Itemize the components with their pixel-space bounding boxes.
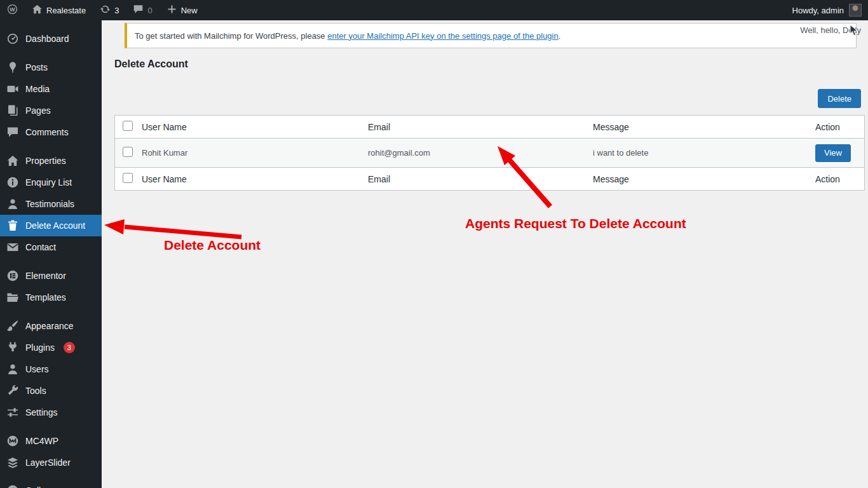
notice-text: To get started with Mailchimp for WordPr… <box>135 31 327 41</box>
envelope-icon <box>6 241 19 254</box>
sidebar-item-elementor[interactable]: Elementor <box>0 265 102 287</box>
dashboard-icon <box>6 32 19 45</box>
sliders-icon <box>6 406 19 419</box>
person-icon <box>6 363 19 376</box>
column-header-email: Email <box>368 122 593 132</box>
sidebar-item-testimonials[interactable]: Testimonials <box>0 193 102 215</box>
folder-icon <box>6 291 19 304</box>
sidebar-item-contact[interactable]: Contact <box>0 236 102 258</box>
comments-icon <box>6 126 19 139</box>
sidebar-item-layerslider[interactable]: LayerSlider <box>0 452 102 473</box>
mailchimp-notice: To get started with Mailchimp for WordPr… <box>125 23 857 48</box>
table-header-row: User Name Email Message Action <box>115 116 864 138</box>
site-menu[interactable]: Realestate <box>25 0 93 20</box>
collapse-menu-button[interactable]: Collapse menu <box>0 480 102 488</box>
select-all-checkbox[interactable] <box>123 121 133 131</box>
sidebar-item-mc4wp[interactable]: MC4WP <box>0 430 102 452</box>
footer-select-all-checkbox[interactable] <box>123 173 133 183</box>
brush-icon <box>6 320 19 332</box>
wrench-icon <box>6 384 19 397</box>
avatar[interactable] <box>849 4 862 17</box>
sidebar-item-settings[interactable]: Settings <box>0 402 102 423</box>
pages-icon <box>6 104 19 117</box>
table-annotation-label: Agents Request To Delete Account <box>465 216 686 231</box>
footer-header-action: Action <box>815 174 864 184</box>
sidebar-item-dashboard[interactable]: Dashboard <box>0 28 102 50</box>
elementor-icon <box>6 269 19 282</box>
svg-text:W: W <box>10 6 15 13</box>
mouse-cursor <box>850 24 859 37</box>
info-icon <box>6 176 19 189</box>
layers-icon <box>6 456 19 469</box>
home-icon <box>32 4 43 17</box>
sidebar-item-delete-account[interactable]: Delete Account <box>0 215 102 236</box>
admin-sidebar: Dashboard Posts Media Pages Comments Pro… <box>0 20 102 488</box>
page-title: Delete Account <box>114 58 188 70</box>
sidebar-item-pages[interactable]: Pages <box>0 100 102 121</box>
home-icon <box>6 154 19 167</box>
cell-user-name: Rohit Kumar <box>142 148 368 158</box>
sidebar-item-posts[interactable]: Posts <box>0 57 102 78</box>
plus-icon <box>166 4 177 17</box>
cell-message: i want to delete <box>593 148 815 158</box>
howdy-text[interactable]: Howdy, admin <box>792 6 844 15</box>
new-content-menu[interactable]: New <box>159 0 205 20</box>
footer-header-message: Message <box>593 174 815 184</box>
pushpin-icon <box>6 61 19 74</box>
footer-header-user-name: User Name <box>142 174 368 184</box>
sidebar-item-plugins[interactable]: Plugins 3 <box>0 337 102 358</box>
mc4wp-icon <box>6 435 19 447</box>
updates-menu[interactable]: 3 <box>93 0 126 20</box>
column-header-user-name: User Name <box>142 122 368 132</box>
sidebar-item-users[interactable]: Users <box>0 358 102 380</box>
new-label: New <box>181 6 198 15</box>
sidebar-item-media[interactable]: Media <box>0 78 102 100</box>
column-header-action: Action <box>815 122 864 132</box>
sidebar-item-appearance[interactable]: Appearance <box>0 315 102 337</box>
delete-button[interactable]: Delete <box>818 89 861 108</box>
mailchimp-settings-link[interactable]: enter your Mailchimp API key on the sett… <box>327 31 559 41</box>
trash-icon <box>6 219 19 232</box>
column-header-message: Message <box>593 122 815 132</box>
plugins-update-badge: 3 <box>64 342 75 353</box>
sidebar-item-comments[interactable]: Comments <box>0 121 102 143</box>
site-name: Realestate <box>46 6 86 15</box>
main-content: To get started with Mailchimp for WordPr… <box>102 20 868 488</box>
delete-requests-table: User Name Email Message Action Rohit Kum… <box>114 115 865 191</box>
sidebar-annotation-label: Delete Account <box>164 238 261 253</box>
footer-header-email: Email <box>368 174 593 184</box>
table-footer-row: User Name Email Message Action <box>115 168 864 190</box>
update-count: 3 <box>114 6 119 15</box>
comment-bubble-icon <box>133 4 144 17</box>
sidebar-item-properties[interactable]: Properties <box>0 150 102 172</box>
admin-bar: W Realestate 3 0 New Howdy, admin <box>0 0 868 20</box>
comment-count: 0 <box>147 6 152 15</box>
person-icon <box>6 198 19 210</box>
wordpress-logo-menu[interactable]: W <box>0 0 25 20</box>
plug-icon <box>6 341 19 354</box>
sidebar-item-templates[interactable]: Templates <box>0 287 102 308</box>
table-row: Rohit Kumar rohit@gmail.com i want to de… <box>115 138 864 168</box>
wordpress-logo-icon: W <box>7 4 18 17</box>
sidebar-item-tools[interactable]: Tools <box>0 380 102 402</box>
collapse-arrow-icon <box>6 484 19 488</box>
media-icon <box>6 83 19 95</box>
cell-email: rohit@gmail.com <box>368 148 593 158</box>
sidebar-item-enquiry-list[interactable]: Enquiry List <box>0 172 102 193</box>
row-checkbox[interactable] <box>123 147 133 157</box>
comments-menu[interactable]: 0 <box>126 0 159 20</box>
view-button[interactable]: View <box>815 144 851 162</box>
update-icon <box>100 4 111 17</box>
